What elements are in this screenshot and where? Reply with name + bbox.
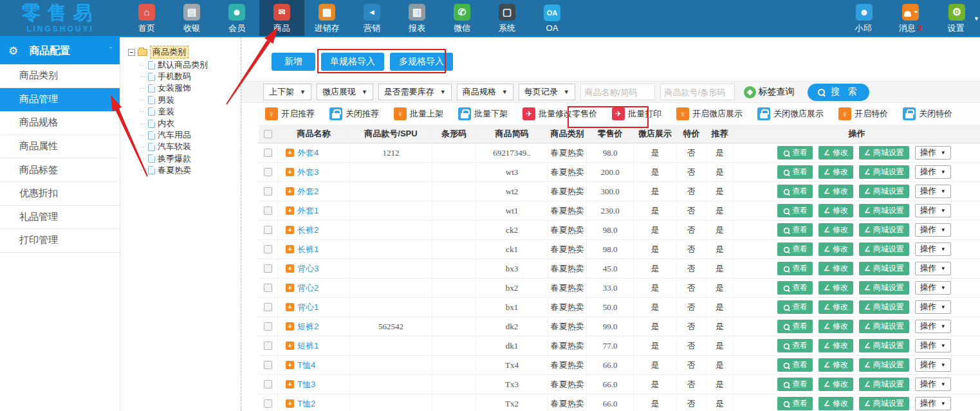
batch-action[interactable]: 开启特价 <box>837 106 890 122</box>
expand-row-icon[interactable] <box>286 380 294 388</box>
filter-dropdown[interactable]: 商品规格 ▼ <box>457 84 513 100</box>
tree-category-item[interactable]: 汽车用品 <box>140 129 241 141</box>
expand-row-icon[interactable] <box>286 303 294 311</box>
edit-button[interactable]: ∠修改 <box>818 242 853 256</box>
nav-item[interactable]: 首页 <box>124 0 169 37</box>
product-name-link[interactable]: T恤3 <box>297 379 315 390</box>
sidebar-menu-item[interactable]: 商品标签 <box>0 158 120 182</box>
search-button[interactable]: 搜 索 <box>808 84 869 101</box>
row-operations-dropdown[interactable]: 操作▼ <box>915 146 951 160</box>
view-button[interactable]: 查看 <box>777 397 813 410</box>
user-menu-item[interactable]: 消息2 <box>896 0 925 37</box>
row-operations-dropdown[interactable]: 操作▼ <box>915 204 951 217</box>
mall-settings-button[interactable]: ∠商城设置 <box>859 320 909 333</box>
batch-action[interactable]: 批量修改零售价 <box>521 106 599 122</box>
edit-button[interactable]: ∠修改 <box>818 204 853 217</box>
product-name-link[interactable]: 外套2 <box>297 186 319 197</box>
tag-query-button[interactable]: 标签查询 <box>744 86 795 98</box>
edit-button[interactable]: ∠修改 <box>818 300 853 314</box>
product-name-input[interactable] <box>580 84 655 100</box>
product-name-link[interactable]: 外套1 <box>297 205 319 217</box>
view-button[interactable]: 查看 <box>777 320 813 333</box>
expand-row-icon[interactable] <box>286 187 294 196</box>
mall-settings-button[interactable]: ∠商城设置 <box>859 185 909 198</box>
mall-settings-button[interactable]: ∠商城设置 <box>859 146 909 160</box>
tree-collapse-toggle[interactable] <box>128 49 135 56</box>
sidebar-menu-item[interactable]: 礼品管理 <box>0 206 120 230</box>
mall-settings-button[interactable]: ∠商城设置 <box>859 165 909 179</box>
nav-item[interactable]: 微信 <box>439 0 485 37</box>
row-checkbox[interactable] <box>264 342 272 350</box>
user-menu-item[interactable]: 设置 ▼ <box>943 0 971 37</box>
product-name-link[interactable]: 背心2 <box>297 282 319 294</box>
view-button[interactable]: 查看 <box>777 281 813 295</box>
row-checkbox[interactable] <box>264 168 272 176</box>
row-operations-dropdown[interactable]: 操作▼ <box>915 185 951 198</box>
product-name-link[interactable]: T恤4 <box>297 360 315 371</box>
batch-action[interactable]: 开启微店展示 <box>674 106 744 122</box>
tree-category-item[interactable]: 女装服饰 <box>140 82 241 94</box>
batch-action[interactable]: 批量下架 <box>456 106 510 122</box>
row-checkbox[interactable] <box>264 245 272 253</box>
logo[interactable]: 零售易 LINGSHOUYI <box>0 0 120 37</box>
mall-settings-button[interactable]: ∠商城设置 <box>859 358 909 372</box>
product-code-input[interactable] <box>660 84 735 100</box>
row-operations-dropdown[interactable]: 操作▼ <box>915 165 951 179</box>
edit-button[interactable]: ∠修改 <box>818 146 853 160</box>
expand-row-icon[interactable] <box>286 322 294 331</box>
tree-category-item[interactable]: 男装 <box>140 95 241 106</box>
tree-category-item[interactable]: 汽车软装 <box>140 141 241 152</box>
row-operations-dropdown[interactable]: 操作▼ <box>915 397 951 410</box>
mall-settings-button[interactable]: ∠商城设置 <box>859 300 909 314</box>
expand-row-icon[interactable] <box>286 149 294 157</box>
edit-button[interactable]: ∠修改 <box>818 358 853 372</box>
row-checkbox[interactable] <box>264 361 272 369</box>
sidebar-menu-item[interactable]: 商品属性 <box>0 135 120 159</box>
row-checkbox[interactable] <box>264 303 272 311</box>
batch-action[interactable]: 关闭推荐 <box>328 106 381 122</box>
mall-settings-button[interactable]: ∠商城设置 <box>859 397 909 410</box>
product-name-link[interactable]: 背心3 <box>297 263 319 275</box>
mall-settings-button[interactable]: ∠商城设置 <box>859 281 909 295</box>
row-checkbox[interactable] <box>264 264 272 273</box>
edit-button[interactable]: ∠修改 <box>818 397 853 410</box>
batch-action[interactable]: 关闭特价 <box>901 106 954 122</box>
batch-action[interactable]: 关闭微店展示 <box>755 106 826 122</box>
edit-button[interactable]: ∠修改 <box>818 378 853 391</box>
row-operations-dropdown[interactable]: 操作▼ <box>915 378 951 391</box>
edit-button[interactable]: ∠修改 <box>818 185 853 198</box>
user-menu-item[interactable]: 小邱 <box>850 0 878 37</box>
view-button[interactable]: 查看 <box>777 146 813 160</box>
row-checkbox[interactable] <box>264 380 272 388</box>
row-checkbox[interactable] <box>264 284 272 292</box>
sidebar-menu-item[interactable]: 商品类别 <box>0 64 120 88</box>
expand-row-icon[interactable] <box>286 168 294 176</box>
row-operations-dropdown[interactable]: 操作▼ <box>915 358 951 372</box>
view-button[interactable]: 查看 <box>777 339 813 352</box>
mall-settings-button[interactable]: ∠商城设置 <box>859 242 909 256</box>
edit-button[interactable]: ∠修改 <box>818 320 853 333</box>
product-name-link[interactable]: 短裤2 <box>297 321 319 333</box>
row-checkbox[interactable] <box>264 226 272 234</box>
edit-button[interactable]: ∠修改 <box>818 281 853 295</box>
tree-category-item[interactable]: 换季爆款 <box>140 153 241 165</box>
row-operations-dropdown[interactable]: 操作▼ <box>915 242 951 256</box>
row-checkbox[interactable] <box>264 187 272 196</box>
tree-category-item[interactable]: 手机数码 <box>140 71 241 82</box>
view-button[interactable]: 查看 <box>777 300 813 314</box>
expand-row-icon[interactable] <box>286 245 294 253</box>
product-name-link[interactable]: 外套4 <box>297 147 319 159</box>
nav-item[interactable]: 会员 <box>214 0 259 37</box>
row-operations-dropdown[interactable]: 操作▼ <box>915 320 951 333</box>
tree-category-item[interactable]: 春夏热卖 <box>140 165 241 176</box>
row-operations-dropdown[interactable]: 操作▼ <box>915 223 951 237</box>
edit-button[interactable]: ∠修改 <box>818 339 853 352</box>
mall-settings-button[interactable]: ∠商城设置 <box>859 223 909 237</box>
tree-category-item[interactable]: 内衣 <box>140 118 241 129</box>
expand-row-icon[interactable] <box>286 226 294 234</box>
mall-settings-button[interactable]: ∠商城设置 <box>859 204 909 217</box>
row-operations-dropdown[interactable]: 操作▼ <box>915 300 951 314</box>
batch-action[interactable]: 批量打印 <box>610 106 663 122</box>
view-button[interactable]: 查看 <box>777 165 813 179</box>
product-name-link[interactable]: T恤2 <box>297 398 315 410</box>
